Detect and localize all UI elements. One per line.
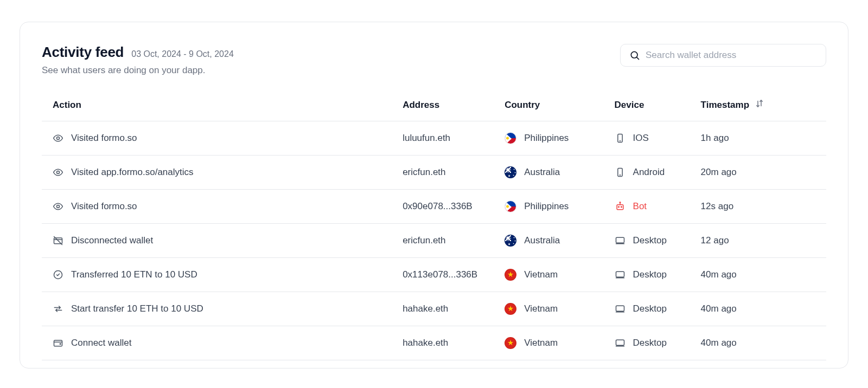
- country-text: Philippines: [524, 201, 569, 212]
- action-text: Disconnected wallet: [71, 235, 153, 246]
- search-icon: [629, 50, 640, 61]
- bot-icon: [615, 201, 626, 212]
- eye-icon: [53, 167, 63, 178]
- svg-point-23: [60, 344, 61, 345]
- table-row[interactable]: Transferred 10 ETN to 10 USD 0x113e078..…: [42, 258, 826, 292]
- svg-point-0: [631, 51, 637, 58]
- flag-icon: [505, 132, 516, 144]
- desktop-icon: [615, 303, 626, 314]
- device-text: IOS: [633, 133, 649, 144]
- action-text: Visited formo.so: [71, 201, 137, 212]
- svg-point-2: [57, 137, 60, 140]
- action-text: Connect wallet: [71, 338, 132, 348]
- table-row[interactable]: Connect wallet hahake.eth Vietnam Deskto…: [42, 326, 826, 360]
- flag-icon: [505, 201, 516, 212]
- timestamp-text: 12 ago: [701, 235, 729, 245]
- action-text: Visited formo.so: [71, 133, 137, 144]
- country-text: Vietnam: [524, 338, 558, 348]
- table-row[interactable]: Visited formo.so 0x90e078...336B Philipp…: [42, 190, 826, 224]
- device-text: Desktop: [633, 269, 667, 280]
- mobile-icon: [615, 167, 626, 178]
- svg-point-11: [621, 206, 622, 208]
- flag-icon: [505, 166, 516, 178]
- search-input[interactable]: [646, 50, 817, 61]
- col-header-action[interactable]: Action: [42, 91, 403, 121]
- svg-rect-9: [617, 205, 623, 210]
- table-row[interactable]: Start transfer 10 ETH to 10 USD hahake.e…: [42, 292, 826, 326]
- header-row: Activity feed 03 Oct, 2024 - 9 Oct, 2024…: [42, 44, 826, 76]
- desktop-icon: [615, 338, 626, 348]
- timestamp-text: 40m ago: [701, 303, 737, 314]
- device-text: Desktop: [633, 338, 667, 348]
- svg-rect-24: [616, 340, 624, 345]
- action-text: Start transfer 10 ETH to 10 USD: [71, 303, 203, 314]
- svg-rect-22: [54, 340, 62, 346]
- svg-point-8: [57, 205, 60, 208]
- title-line: Activity feed 03 Oct, 2024 - 9 Oct, 2024: [42, 44, 607, 61]
- country-text: Australia: [524, 235, 560, 246]
- page-subtitle: See what users are doing on your dapp.: [42, 65, 607, 76]
- col-header-timestamp-label: Timestamp: [701, 100, 749, 111]
- eye-icon: [53, 133, 63, 144]
- action-text: Visited app.formo.so/analytics: [71, 167, 194, 178]
- timestamp-text: 12s ago: [701, 201, 734, 211]
- mobile-icon: [615, 133, 626, 144]
- wallet-icon: [53, 338, 63, 348]
- flag-icon: [505, 337, 516, 349]
- action-text: Transferred 10 ETN to 10 USD: [71, 269, 197, 280]
- timestamp-text: 40m ago: [701, 338, 737, 348]
- svg-point-5: [57, 171, 60, 174]
- address-text: luluufun.eth: [403, 133, 450, 143]
- col-header-timestamp[interactable]: Timestamp: [701, 91, 826, 121]
- address-text: hahake.eth: [403, 338, 448, 348]
- date-range: 03 Oct, 2024 - 9 Oct, 2024: [131, 49, 234, 59]
- svg-point-12: [620, 202, 621, 203]
- activity-table: Action Address Country Device Timestamp: [42, 91, 826, 360]
- address-text: hahake.eth: [403, 303, 448, 314]
- svg-line-1: [637, 57, 639, 60]
- svg-rect-18: [616, 271, 624, 277]
- country-text: Australia: [524, 167, 560, 178]
- page-title: Activity feed: [42, 44, 124, 61]
- device-text: Desktop: [633, 235, 667, 246]
- desktop-icon: [615, 235, 626, 246]
- country-text: Philippines: [524, 133, 569, 144]
- desktop-icon: [615, 269, 626, 280]
- svg-rect-20: [616, 306, 624, 311]
- flag-icon: [505, 235, 516, 247]
- search-container[interactable]: [620, 44, 826, 67]
- header-left: Activity feed 03 Oct, 2024 - 9 Oct, 2024…: [42, 44, 607, 76]
- flag-icon: [505, 303, 516, 315]
- address-text: 0x113e078...336B: [403, 269, 477, 280]
- timestamp-text: 20m ago: [701, 167, 737, 177]
- sort-icon[interactable]: [755, 99, 764, 111]
- device-text: Android: [633, 167, 665, 178]
- swap-icon: [53, 303, 63, 314]
- table-row[interactable]: Disconnected wallet ericfun.eth Australi…: [42, 224, 826, 258]
- timestamp-text: 40m ago: [701, 269, 737, 280]
- svg-rect-15: [616, 237, 624, 243]
- table-row[interactable]: Visited formo.so luluufun.eth Philippine…: [42, 121, 826, 156]
- col-header-device[interactable]: Device: [615, 91, 701, 121]
- device-text: Desktop: [633, 303, 667, 314]
- country-text: Vietnam: [524, 269, 558, 280]
- timestamp-text: 1h ago: [701, 133, 729, 143]
- table-row[interactable]: Visited app.formo.so/analytics ericfun.e…: [42, 156, 826, 190]
- col-header-country[interactable]: Country: [505, 91, 614, 121]
- device-text: Bot: [633, 201, 647, 212]
- svg-point-10: [618, 206, 619, 208]
- col-header-address[interactable]: Address: [403, 91, 505, 121]
- address-text: 0x90e078...336B: [403, 201, 473, 211]
- activity-card: Activity feed 03 Oct, 2024 - 9 Oct, 2024…: [20, 22, 848, 368]
- address-text: ericfun.eth: [403, 235, 445, 245]
- eye-icon: [53, 201, 63, 212]
- check-circle-icon: [53, 269, 63, 280]
- wallet-off-icon: [53, 235, 63, 246]
- address-text: ericfun.eth: [403, 167, 445, 177]
- flag-icon: [505, 269, 516, 281]
- country-text: Vietnam: [524, 303, 558, 314]
